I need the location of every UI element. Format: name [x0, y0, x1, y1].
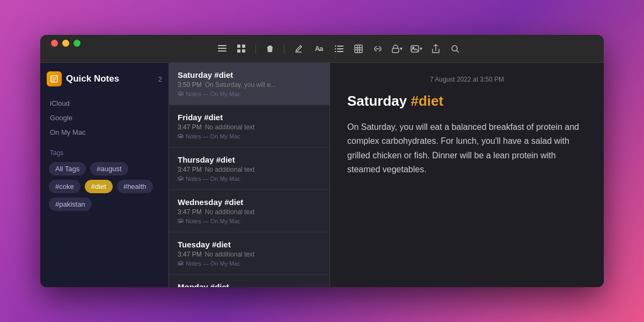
tags-section: Tags All Tags #august #coke #diet #healt… [47, 149, 162, 211]
svg-rect-32 [181, 179, 182, 180]
editor-title: Saturday #diet [347, 93, 587, 109]
grid-view-icon[interactable] [233, 40, 250, 57]
sidebar-item-on-my-mac[interactable]: On My Mac [47, 126, 162, 138]
checklist-icon[interactable] [331, 40, 348, 57]
app-window: Aa [40, 35, 604, 287]
note-location-text: Notes — On My Mac [186, 260, 240, 267]
svg-rect-8 [337, 46, 343, 47]
quick-notes-count: 2 [158, 75, 162, 83]
share-icon[interactable] [427, 40, 444, 57]
svg-rect-6 [242, 49, 245, 53]
svg-rect-30 [181, 136, 182, 137]
svg-rect-33 [180, 221, 181, 223]
svg-rect-1 [218, 48, 226, 49]
svg-rect-9 [335, 48, 336, 49]
toolbar: Aa [40, 35, 604, 63]
quick-notes-icon [47, 71, 62, 86]
note-item-friday[interactable]: Friday #diet 3:47 PM No additional text … [169, 105, 330, 148]
note-preview: No additional text [205, 251, 255, 258]
note-item-saturday[interactable]: Saturday #diet 3:50 PM On Saturday, you … [169, 63, 330, 105]
lock-icon[interactable]: ▾ [389, 40, 406, 57]
svg-rect-12 [337, 51, 343, 52]
note-preview: No additional text [205, 123, 255, 131]
svg-rect-29 [180, 136, 181, 138]
note-meta: 3:50 PM On Saturday, you will e... [178, 81, 321, 89]
note-time: 3:47 PM [178, 123, 202, 131]
svg-rect-27 [180, 94, 181, 96]
editor-title-plain: Saturday [347, 93, 411, 109]
note-location: Notes — On My Mac [178, 133, 321, 140]
minimize-button[interactable] [62, 40, 69, 47]
svg-rect-4 [242, 45, 245, 48]
svg-rect-10 [337, 48, 343, 49]
svg-rect-28 [181, 94, 182, 95]
tags-container: All Tags #august #coke #diet #health #pa… [47, 162, 162, 211]
font-size-icon[interactable]: Aa [309, 40, 328, 57]
quick-notes-header: Quick Notes 2 [47, 71, 162, 86]
note-item-tuesday[interactable]: Tuesday #diet 3:47 PM No additional text… [169, 232, 330, 275]
note-title: Wednesday #diet [178, 197, 321, 207]
tag-diet[interactable]: #diet [85, 180, 113, 193]
editor-body[interactable]: On Saturday, you will eat a balanced bre… [347, 120, 587, 177]
svg-rect-2 [218, 50, 226, 52]
editor-date: 7 August 2022 at 3:50 PM [347, 76, 587, 83]
note-preview: No additional text [205, 166, 255, 173]
note-location-text: Notes — On My Mac [186, 218, 240, 224]
svg-rect-3 [237, 45, 240, 48]
note-time: 3:47 PM [178, 166, 202, 173]
note-item-wednesday[interactable]: Wednesday #diet 3:47 PM No additional te… [169, 190, 330, 232]
note-time: 3:50 PM [178, 81, 202, 89]
svg-rect-31 [180, 179, 181, 180]
tags-label: Tags [47, 149, 162, 157]
note-location-text: Notes — On My Mac [186, 133, 240, 140]
note-preview: No additional text [205, 208, 255, 216]
note-item-thursday[interactable]: Thursday #diet 3:47 PM No additional tex… [169, 148, 330, 190]
note-title: Friday #diet [178, 113, 321, 122]
main-content: Quick Notes 2 iCloud Google On My Mac Ta… [40, 63, 604, 287]
tag-coke[interactable]: #coke [49, 180, 80, 193]
note-time: 3:47 PM [178, 251, 202, 258]
svg-rect-36 [181, 264, 182, 265]
sidebar-title: Quick Notes [66, 74, 154, 84]
svg-rect-34 [181, 221, 182, 222]
note-location: Notes — On My Mac [178, 260, 321, 267]
note-title: Thursday #diet [178, 155, 321, 164]
note-meta: 3:47 PM No additional text [178, 251, 321, 258]
svg-rect-0 [218, 45, 226, 46]
toolbar-buttons: Aa [214, 40, 464, 57]
search-icon[interactable] [447, 40, 464, 57]
sidebar-item-icloud[interactable]: iCloud [47, 97, 162, 109]
list-view-icon[interactable] [214, 40, 231, 57]
compose-icon[interactable] [290, 40, 307, 57]
close-button[interactable] [51, 40, 58, 47]
maximize-button[interactable] [74, 40, 80, 47]
svg-rect-5 [237, 49, 240, 53]
note-location: Notes — On My Mac [178, 175, 321, 182]
table-icon[interactable] [350, 40, 367, 57]
toolbar-divider-2 [284, 43, 284, 54]
tag-august[interactable]: #august [90, 162, 128, 175]
note-item-monday[interactable]: Monday #diet 3:47 PM No additional text … [169, 275, 330, 287]
editor-title-hashtag: #diet [411, 93, 444, 109]
traffic-lights [49, 40, 83, 47]
delete-icon[interactable] [261, 40, 279, 57]
note-preview: On Saturday, you will e... [205, 81, 276, 89]
sidebar-item-google[interactable]: Google [47, 112, 162, 124]
notes-list: Saturday #diet 3:50 PM On Saturday, you … [169, 63, 330, 287]
tag-all-tags[interactable]: All Tags [49, 162, 86, 175]
svg-rect-11 [335, 51, 336, 52]
tag-health[interactable]: #health [117, 180, 153, 193]
note-location-text: Notes — On My Mac [186, 91, 240, 97]
note-meta: 3:47 PM No additional text [178, 166, 321, 173]
note-location-text: Notes — On My Mac [186, 175, 240, 182]
photo-icon[interactable]: ▾ [408, 40, 425, 57]
link-icon[interactable] [369, 40, 386, 57]
note-time: 3:47 PM [178, 208, 202, 216]
note-location: Notes — On My Mac [178, 91, 321, 97]
sidebar: Quick Notes 2 iCloud Google On My Mac Ta… [40, 63, 169, 287]
note-editor: 7 August 2022 at 3:50 PM Saturday #diet … [330, 63, 604, 287]
tag-pakistan[interactable]: #pakistan [49, 197, 92, 211]
note-title: Monday #diet [178, 282, 321, 287]
svg-rect-35 [180, 264, 181, 265]
toolbar-divider-1 [255, 43, 256, 54]
